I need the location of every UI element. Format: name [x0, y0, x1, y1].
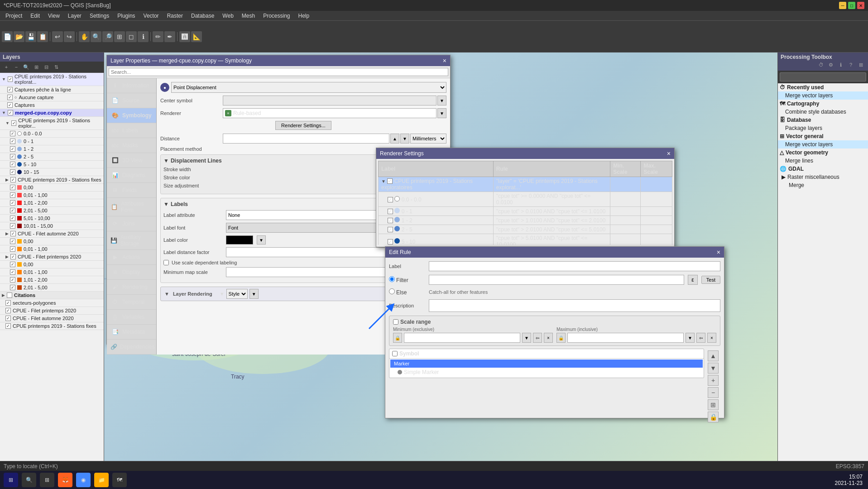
layer-checkbox[interactable] — [10, 200, 15, 206]
proc-group-recently-used[interactable]: ⏱ Recently used — [778, 83, 868, 91]
list-item[interactable]: ▶ CPUE printemps 2019 - Stations fixes — [0, 176, 104, 184]
toolbar-save-as[interactable]: 📋 — [37, 31, 48, 42]
table-row[interactable]: ✓ 1 - 2 "cpue tot" > 1.0100 AND "cpue to… — [379, 216, 672, 225]
renderer-settings-button[interactable]: Renderer Settings... — [275, 121, 331, 130]
nav-item-source[interactable]: 📄 Source — [107, 93, 156, 108]
list-item[interactable]: 0 - 1 — [0, 138, 104, 145]
proc-help-btn[interactable]: ? — [846, 60, 855, 69]
proc-item-combine-style[interactable]: Combine style databases — [778, 108, 868, 116]
layer-checkbox[interactable] — [10, 154, 15, 159]
layer-checkbox[interactable] — [7, 292, 12, 298]
list-item[interactable]: CPUE - Filet printemps 2020 — [0, 307, 104, 315]
list-item[interactable]: 5 - 10 — [0, 161, 104, 168]
point-displacement-select[interactable]: Point Displacement — [171, 82, 446, 93]
taskbar-firefox[interactable]: 🦊 — [58, 473, 72, 487]
proc-group-gdal[interactable]: 🌐 GDAL — [778, 165, 868, 173]
layer-checkbox[interactable] — [10, 169, 15, 175]
proc-item-merge-vector-2[interactable]: Merge vector layers — [778, 140, 868, 149]
taskbar-view-btn[interactable]: ⊞ — [40, 473, 54, 487]
min-scale-dropdown[interactable]: ▼ — [522, 333, 531, 343]
nav-item-actions[interactable]: ▶ Actions — [107, 250, 156, 265]
label-color-dropdown-btn[interactable]: ▼ — [257, 235, 266, 244]
proc-settings-btn[interactable]: ⚙ — [826, 60, 835, 69]
er-label-input[interactable]: CPUE printemps 2019 - Stations explorato… — [429, 261, 720, 271]
layers-sort[interactable]: ⇅ — [52, 62, 61, 72]
distance-unit-select[interactable]: Millimeters — [410, 134, 446, 144]
table-row[interactable]: ✓ 2 - 5 "cpue tot" > 2.0100 AND "cpue to… — [379, 225, 672, 234]
menu-view[interactable]: View — [44, 12, 63, 20]
toolbar-open[interactable]: 📂 — [14, 31, 24, 42]
list-item[interactable]: 0,00 — [0, 238, 104, 245]
nav-item-dependencies[interactable]: 🔗 Dependencies — [107, 340, 156, 355]
center-symbol-btn[interactable]: ▼ — [437, 96, 446, 105]
proc-info-btn[interactable]: ℹ — [836, 60, 845, 69]
layer-checkbox[interactable] — [10, 223, 15, 229]
nav-item-display[interactable]: 🖥 Display — [107, 265, 156, 280]
style-dropdown-btn[interactable]: ▼ — [249, 289, 259, 299]
layers-remove[interactable]: − — [12, 62, 21, 72]
expression-button[interactable]: ε — [688, 275, 698, 285]
toolbar-select[interactable]: ◻ — [126, 31, 137, 42]
layers-expand[interactable]: ⊞ — [32, 62, 41, 72]
toolbar-identify[interactable]: ℹ — [138, 31, 149, 42]
list-item[interactable]: ▼ merged-cpue.copy.copy — [0, 109, 104, 117]
layer-checkbox[interactable] — [10, 216, 15, 221]
toolbar-zoom-in[interactable]: 🔍 — [91, 31, 101, 42]
distance-up-btn[interactable]: ▲ — [390, 134, 399, 144]
map-area[interactable]: saint-Joseph-de-Sorel Tracy Layer Proper… — [104, 53, 777, 461]
renderer-dropdown-btn[interactable]: ▼ — [437, 108, 446, 118]
row-checkbox[interactable]: ✓ — [387, 178, 393, 184]
symbol-down-btn[interactable]: ▼ — [708, 363, 719, 374]
layer-checkbox[interactable] — [10, 262, 15, 267]
layer-checkbox[interactable] — [10, 131, 15, 136]
use-scale-checkbox[interactable] — [163, 260, 169, 265]
layer-checkbox[interactable] — [11, 120, 16, 126]
list-item[interactable]: ▼ CPUE printemps 2019 - Stations explora… — [0, 73, 104, 86]
list-item[interactable]: 0.0 - 0.0 — [0, 130, 104, 138]
toolbar-measure[interactable]: 📐 — [191, 31, 202, 42]
toolbar-undo[interactable]: ↩ — [52, 31, 63, 42]
row-checkbox[interactable]: ✓ — [388, 239, 393, 244]
nav-item-variables[interactable]: {} Variables — [107, 310, 156, 325]
list-item[interactable]: CPUE printemps 2019 - Stations fixes — [0, 322, 104, 330]
layer-checkbox[interactable] — [5, 323, 11, 329]
layer-checkbox[interactable] — [5, 300, 11, 306]
list-item[interactable]: 1,01 - 2,00 — [0, 199, 104, 207]
list-item[interactable]: 0,01 - 1,00 — [0, 245, 104, 253]
menu-mesh[interactable]: Mesh — [238, 12, 259, 20]
proc-expand-btn[interactable]: ⊞ — [856, 60, 865, 69]
max-scale-input[interactable]: 1:1000 — [567, 333, 684, 343]
table-row[interactable]: ✓ 0.0 - 0.0 "cpue tot" >= 0.0000 AND "cp… — [379, 192, 672, 207]
nav-item-metadata[interactable]: 📑 Metadata — [107, 325, 156, 340]
layer-checkbox[interactable] — [10, 254, 16, 259]
taskbar-qgis[interactable]: 🗺 — [112, 473, 127, 487]
layer-checkbox[interactable] — [10, 239, 15, 244]
nav-item-information[interactable]: ℹ Information — [107, 78, 156, 93]
layers-add[interactable]: + — [2, 62, 11, 72]
nav-item-diagrams[interactable]: 📊 Diagrams — [107, 168, 156, 183]
menu-help[interactable]: Help — [295, 12, 313, 20]
symbol-add-btn[interactable]: + — [708, 375, 719, 386]
layer-checkbox[interactable] — [10, 139, 15, 144]
taskbar-chrome[interactable]: ◉ — [76, 473, 91, 487]
menu-layer[interactable]: Layer — [64, 12, 85, 20]
row-checkbox[interactable]: ✓ — [388, 209, 393, 214]
layer-checkbox[interactable] — [10, 162, 15, 167]
list-item[interactable]: ▶ Citations — [0, 292, 104, 299]
layer-properties-title-bar[interactable]: Layer Properties — merged-cpue.copy.copy… — [107, 55, 450, 66]
layer-checkbox[interactable] — [8, 77, 13, 82]
min-scale-set[interactable]: ⇦ — [533, 333, 542, 343]
style-select[interactable]: Style — [226, 289, 248, 299]
proc-search-input[interactable]: merge — [780, 72, 866, 82]
symbol-up-btn[interactable]: ▲ — [708, 350, 719, 361]
row-checkbox[interactable]: ✓ — [388, 227, 393, 232]
list-item[interactable]: CPUE - Filet automne 2020 — [0, 315, 104, 322]
renderer-settings-close[interactable]: × — [667, 150, 671, 157]
menu-raster[interactable]: Raster — [163, 12, 187, 20]
er-description-input[interactable] — [429, 299, 720, 312]
center-symbol-preview[interactable] — [223, 96, 436, 105]
table-row[interactable]: ▼ ✓ CPUE printemps 2019 - Stations explo… — [379, 177, 672, 192]
edit-rule-title-bar[interactable]: Edit Rule × — [385, 247, 724, 258]
symbol-duplicate-btn[interactable]: ⊞ — [708, 399, 719, 410]
menu-database[interactable]: Database — [187, 12, 218, 20]
